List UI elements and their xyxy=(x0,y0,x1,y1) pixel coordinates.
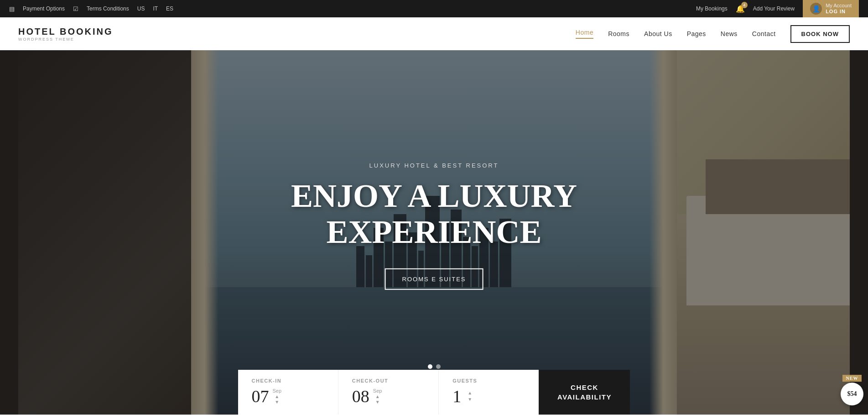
checkin-arrows: ▲ ▼ xyxy=(275,394,279,404)
checkout-down-arrow[interactable]: ▼ xyxy=(375,400,380,404)
payment-icon: ▤ xyxy=(9,5,15,12)
dot-1[interactable] xyxy=(428,364,432,369)
checkout-value-row: 08 Sep ▲ ▼ xyxy=(352,386,425,406)
guests-arrows: ▲ ▼ xyxy=(468,391,472,402)
hero-section: LUXURY HOTEL & BEST RESORT ENJOY A LUXUR… xyxy=(0,50,868,415)
add-review-link[interactable]: Add Your Review xyxy=(753,5,795,12)
nav-link-news[interactable]: News xyxy=(721,30,738,37)
booking-bar: CHECK-IN 07 Sep ▲ ▼ CHECK-OUT 08 Sep xyxy=(238,370,630,415)
checkin-up-arrow[interactable]: ▲ xyxy=(275,394,279,399)
hero-title: ENJOY A LUXURY EXPERIENCE xyxy=(291,178,577,250)
slider-dots xyxy=(428,364,441,369)
logo-subtitle: WORDPRESS THEME xyxy=(18,37,113,42)
lang-it-link[interactable]: IT xyxy=(153,5,158,12)
payment-options-link[interactable]: Payment Options xyxy=(23,5,65,12)
new-badge: NEW xyxy=(842,375,862,382)
check-availability-button[interactable]: CHECK AVAILABILITY xyxy=(539,370,630,415)
hero-content: LUXURY HOTEL & BEST RESORT ENJOY A LUXUR… xyxy=(291,162,577,290)
checkin-label: CHECK-IN xyxy=(252,378,324,383)
checkout-day: 08 xyxy=(352,386,369,406)
hero-title-line1: ENJOY A LUXURY xyxy=(291,178,577,214)
guests-value-row: 1 ▲ ▼ xyxy=(452,386,525,406)
checkout-arrows: ▲ ▼ xyxy=(375,394,380,404)
nav-link-pages[interactable]: Pages xyxy=(687,30,706,37)
top-bar-right: My Bookings 🔔 4 Add Your Review 👤 My Acc… xyxy=(696,0,859,17)
check-btn-line2: AVAILABILITY xyxy=(557,392,612,402)
checkout-section: CHECK-OUT 08 Sep ▲ ▼ xyxy=(338,370,439,415)
nav-link-about[interactable]: About Us xyxy=(644,30,672,37)
terms-conditions-link[interactable]: Terms Conditions xyxy=(87,5,129,12)
hero-subtitle: LUXURY HOTEL & BEST RESORT xyxy=(291,162,577,169)
top-bar: ▤ Payment Options ☑ Terms Conditions US … xyxy=(0,0,868,17)
guests-section: GUESTS 1 ▲ ▼ xyxy=(439,370,539,415)
nav-link-home[interactable]: Home xyxy=(576,29,593,39)
my-account-label: My Account xyxy=(826,3,852,9)
checkout-up-arrow[interactable]: ▲ xyxy=(375,394,380,399)
hero-title-line2: EXPERIENCE xyxy=(326,214,541,250)
dot-2[interactable] xyxy=(436,364,441,369)
checkin-day: 07 xyxy=(252,386,269,406)
log-in-label: LOG IN xyxy=(826,9,852,15)
floating-price[interactable]: NEW $54 xyxy=(841,375,863,405)
check-btn-line1: CHECK xyxy=(571,383,598,392)
account-avatar: 👤 xyxy=(810,3,822,15)
nav-link-contact[interactable]: Contact xyxy=(752,30,776,37)
checkbox-icon: ☑ xyxy=(73,5,78,12)
checkout-month-arrows: Sep ▲ ▼ xyxy=(373,388,382,404)
checkout-label: CHECK-OUT xyxy=(352,378,425,383)
checkin-value-row: 07 Sep ▲ ▼ xyxy=(252,386,324,406)
lang-us-link[interactable]: US xyxy=(137,5,145,12)
book-now-button[interactable]: BOOK NOW xyxy=(790,25,850,43)
checkout-month: Sep xyxy=(373,388,382,394)
account-text: My Account LOG IN xyxy=(826,3,852,15)
guests-label: GUESTS xyxy=(452,378,525,383)
guests-up-arrow[interactable]: ▲ xyxy=(468,391,472,395)
nav-links: Home Rooms About Us Pages News Contact B… xyxy=(576,25,850,43)
notification-count: 4 xyxy=(741,2,748,8)
guests-down-arrow[interactable]: ▼ xyxy=(468,397,472,402)
checkin-down-arrow[interactable]: ▼ xyxy=(275,400,279,404)
site-logo: HOTEL BOOKING WORDPRESS THEME xyxy=(18,26,113,42)
rooms-suites-button[interactable]: ROOMS E SUITES xyxy=(385,268,483,290)
my-bookings-link[interactable]: My Bookings xyxy=(696,5,728,12)
guests-count: 1 xyxy=(452,386,461,406)
logo-title: HOTEL BOOKING xyxy=(18,26,113,37)
top-bar-left: ▤ Payment Options ☑ Terms Conditions US … xyxy=(9,5,173,12)
price-circle[interactable]: $54 xyxy=(841,383,863,405)
notification-badge[interactable]: 🔔 4 xyxy=(736,5,745,13)
main-navigation: HOTEL BOOKING WORDPRESS THEME Home Rooms… xyxy=(0,17,868,50)
checkin-month-arrows: Sep ▲ ▼ xyxy=(273,388,282,404)
checkin-month: Sep xyxy=(273,388,282,394)
lang-es-link[interactable]: ES xyxy=(166,5,173,12)
my-account-button[interactable]: 👤 My Account LOG IN xyxy=(803,0,859,17)
nav-link-rooms[interactable]: Rooms xyxy=(608,30,629,37)
checkin-section: CHECK-IN 07 Sep ▲ ▼ xyxy=(238,370,338,415)
